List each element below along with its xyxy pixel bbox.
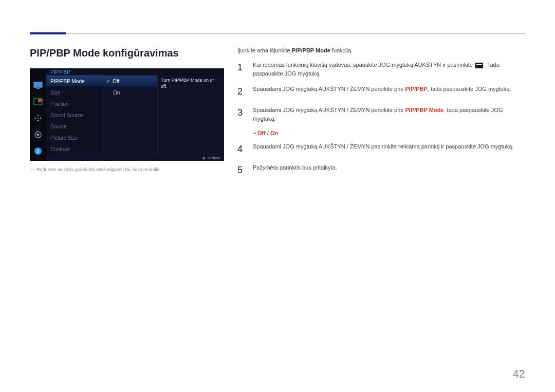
osd-menu-item: Source [46,121,102,132]
page-number: 42 [513,367,525,381]
svg-rect-0 [34,82,42,87]
step-3: Spausdami JOG mygtuką AUKŠTYN / ŽEMYN pe… [237,106,525,123]
osd-header: PIP/PBP [46,68,224,76]
header-rule [30,33,525,34]
osd-menu-item: Picture Size [46,132,102,143]
osd-menu-list: PIP/PBP Mode Size Position Sound Source … [46,76,102,155]
svg-text:i: i [37,148,39,154]
osd-help-text: Turn PIP/PBP Mode on or off. [157,76,224,155]
osd-menu-item: Contrast [46,143,102,155]
osd-option-label: Off [113,79,119,84]
page-title: PIP/PBP Mode konfigūravimas [30,47,225,59]
pip-icon [33,97,43,106]
svg-rect-1 [36,88,40,89]
step-5-text: Pažymėta parinktis bus pritaikyta. [253,163,337,177]
svg-point-6 [37,134,40,136]
osd-option-list: ✔ Off On [102,76,157,155]
move-icon [33,114,43,123]
image-caption: ― Rodomas vaizdas gali skirtis atsižvelg… [30,167,225,172]
steps-list-cont: Spausdami JOG mygtuką AUKŠTYN / ŽEMYN pa… [237,142,525,177]
intro-pre: Įjunkite arba išjunkite [237,47,292,53]
osd-menu-item: Sound Source [46,109,102,121]
step-2-keyword: PIP/PBP [405,86,428,92]
svg-rect-4 [38,118,39,119]
step-3-text-a: Spausdami JOG mygtuką AUKŠTYN / ŽEMYN pe… [253,107,405,113]
steps-list: Kai rodomas funkcinių klavišų vadovas, s… [237,61,525,123]
step-1: Kai rodomas funkcinių klavišų vadovas, s… [237,61,525,78]
intro-text: Įjunkite arba išjunkite PIP/PBP Mode fun… [237,47,525,53]
svg-rect-3 [38,99,42,102]
osd-menu-item: Position [46,98,102,109]
back-icon [202,157,205,160]
osd-screenshot: i PIP/PBP PIP/PBP Mode Size Position Sou… [30,68,224,161]
menu-icon [475,63,483,68]
osd-menu-item: PIP/PBP Mode [46,76,102,87]
step-2: Spausdami JOG mygtuką AUKŠTYN / ŽEMYN pe… [237,85,525,99]
intro-keyword: PIP/PBP Mode [292,47,330,53]
option-sep: / [266,130,270,136]
osd-menu-item: Size [46,87,102,98]
step-4: Spausdami JOG mygtuką AUKŠTYN / ŽEMYN pa… [237,142,525,156]
options-bullet: Off / On [254,130,525,136]
intro-post: funkciją. [330,47,353,53]
option-on: On [270,130,278,136]
caption-dash: ― [30,167,34,172]
osd-option-label: On [113,90,120,96]
osd-footer: Return [46,155,224,161]
step-2-text-a: Spausdami JOG mygtuką AUKŠTYN / ŽEMYN pe… [253,86,405,92]
info-icon: i [33,146,43,156]
step-1-text-a: Kai rodomas funkcinių klavišų vadovas, s… [253,62,474,68]
osd-option-item: On [102,87,157,98]
gear-icon [33,130,43,139]
step-2-text-b: , tada paspauskite JOG mygtuką. [428,86,511,92]
step-4-text: Spausdami JOG mygtuką AUKŠTYN / ŽEMYN pa… [253,142,513,156]
step-3-keyword: PIP/PBP Mode [405,107,444,113]
header-accent [30,32,66,34]
osd-option-item: ✔ Off [102,76,157,87]
osd-sidebar: i [30,68,46,161]
osd-return-label: Return [208,156,220,160]
checkmark-icon: ✔ [106,79,110,84]
monitor-icon [33,81,43,90]
caption-text: Rodomas vaizdas gali skirtis atsižvelgia… [36,167,161,172]
option-off: Off [257,130,266,136]
step-5: Pažymėta parinktis bus pritaikyta. [237,163,525,177]
